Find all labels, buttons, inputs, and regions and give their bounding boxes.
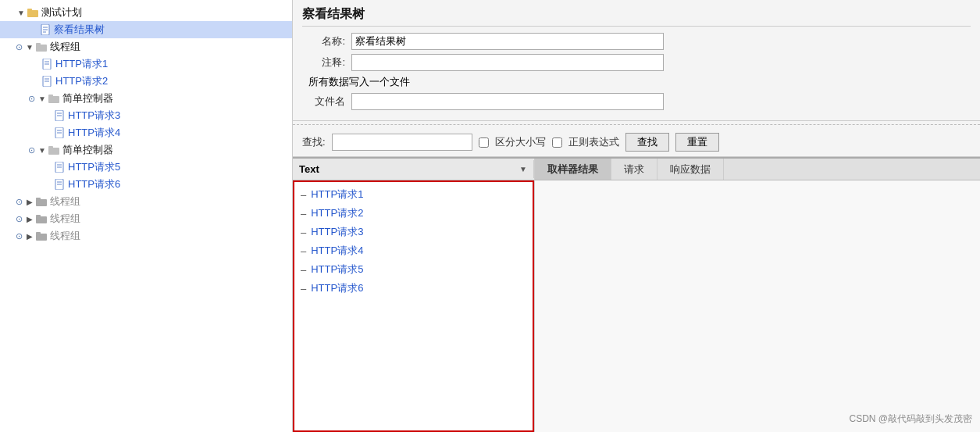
tree-item-simple-controller-1[interactable]: ⊙ ▼ 简单控制器	[0, 90, 292, 107]
svg-rect-0	[27, 10, 38, 17]
dash-icon: –	[301, 227, 306, 238]
dash-icon: –	[301, 245, 306, 257]
tree-label: HTTP请求2	[55, 74, 108, 88]
tree-toggle[interactable]: ▼	[37, 145, 48, 155]
column-header-label: Text	[299, 163, 319, 175]
pin-icon: ⊙	[28, 145, 35, 155]
folder-icon	[48, 92, 60, 105]
folder-icon	[48, 144, 60, 156]
item-label: HTTP请求2	[311, 206, 363, 220]
regex-checkbox[interactable]	[552, 137, 562, 148]
file-label: 文件名	[302, 95, 345, 109]
find-button[interactable]: 查找	[625, 133, 669, 152]
table-header: Text ▼	[293, 159, 534, 180]
tree-toggle[interactable]: ▶	[24, 196, 35, 207]
item-label: HTTP请求5	[311, 262, 363, 277]
tree-toggle[interactable]: ▶	[24, 213, 35, 224]
folder-icon	[35, 230, 48, 242]
tree-spacer	[28, 24, 39, 35]
svg-rect-35	[36, 232, 41, 234]
name-input[interactable]	[351, 33, 664, 50]
tree-toggle[interactable]: ▼	[16, 7, 27, 18]
name-row: 名称:	[302, 33, 971, 50]
list-item[interactable]: – HTTP请求5	[294, 260, 533, 279]
search-input[interactable]	[332, 134, 472, 151]
dropdown-arrow-icon[interactable]: ▼	[519, 165, 527, 173]
tree-item-http3[interactable]: HTTP请求3	[0, 107, 292, 124]
tree-toggle[interactable]: ▼	[24, 41, 35, 52]
case-sensitive-group: 区分大小写	[479, 135, 546, 149]
case-sensitive-checkbox[interactable]	[479, 137, 489, 148]
svg-rect-32	[36, 216, 47, 223]
svg-rect-22	[48, 148, 59, 155]
tab-request[interactable]: 请求	[611, 159, 657, 180]
svg-rect-6	[36, 45, 47, 52]
tree-item-thread-group-2[interactable]: ⊙ ▶ 线程组	[0, 193, 292, 210]
item-label: HTTP请求4	[311, 244, 363, 258]
pin-icon: ⊙	[28, 94, 35, 104]
tree-item-http4[interactable]: HTTP请求4	[0, 124, 292, 141]
list-item[interactable]: – HTTP请求3	[294, 223, 533, 241]
tree-toggle[interactable]: ▼	[37, 93, 48, 104]
tree-item-thread-group-1[interactable]: ⊙ ▼ 线程组	[0, 38, 292, 55]
svg-rect-7	[36, 43, 41, 45]
tree-item-http5[interactable]: HTTP请求5	[0, 159, 292, 176]
tree-label: 线程组	[50, 195, 80, 209]
folder-icon	[35, 212, 48, 225]
tree-item-simple-controller-2[interactable]: ⊙ ▼ 简单控制器	[0, 141, 292, 159]
file-row: 文件名	[302, 93, 971, 110]
list-item[interactable]: – HTTP请求6	[294, 279, 533, 298]
list-item[interactable]: – HTTP请求1	[294, 185, 533, 204]
tab-response-data[interactable]: 响应数据	[657, 159, 724, 180]
tree-item-http2[interactable]: HTTP请求2	[0, 73, 292, 90]
pin-icon: ⊙	[16, 42, 23, 52]
comment-row: 注释:	[302, 54, 971, 71]
pin-icon: ⊙	[16, 214, 23, 224]
dash-icon: –	[301, 264, 306, 276]
svg-rect-34	[36, 234, 47, 241]
item-label: HTTP请求1	[311, 187, 363, 202]
tab-sampler-result[interactable]: 取样器结果	[535, 159, 611, 180]
tree-label: 线程组	[50, 229, 80, 243]
svg-rect-14	[48, 96, 59, 103]
panel-title: 察看结果树	[302, 6, 971, 27]
svg-rect-31	[36, 198, 41, 200]
divider	[293, 124, 980, 125]
write-file-row: 所有数据写入一个文件	[302, 75, 971, 89]
results-list: – HTTP请求1 – HTTP请求2 – HTTP请求3 – HTTP请求4 …	[293, 180, 534, 432]
dash-icon: –	[301, 189, 306, 201]
text-column-header[interactable]: Text ▼	[293, 160, 534, 178]
tree-label: HTTP请求4	[68, 126, 120, 140]
tree-label: 察看结果树	[54, 23, 105, 37]
svg-rect-30	[36, 199, 47, 206]
tree-label: HTTP请求6	[68, 177, 120, 191]
tree-panel: ▼ 测试计划 察看结果树 ⊙ ▼ 线程组	[0, 0, 293, 432]
right-panel: 察看结果树 名称: 注释: 所有数据写入一个文件 文件名 查找: 区分大小写 正…	[293, 0, 980, 432]
svg-rect-1	[27, 9, 32, 11]
tree-item-http1[interactable]: HTTP请求1	[0, 55, 292, 73]
svg-rect-33	[36, 215, 41, 217]
folder-icon	[27, 6, 39, 19]
regex-label: 正则表达式	[568, 135, 619, 149]
tree-item-thread-group-4[interactable]: ⊙ ▶ 线程组	[0, 227, 292, 245]
file-input[interactable]	[351, 93, 664, 110]
tree-label: 简单控制器	[62, 91, 113, 105]
tree-item-test-plan[interactable]: ▼ 测试计划	[0, 4, 292, 21]
write-label: 所有数据写入一个文件	[308, 75, 410, 89]
file-icon	[53, 127, 66, 139]
tree-toggle[interactable]: ▶	[24, 230, 35, 241]
file-icon	[41, 58, 53, 70]
file-icon	[41, 75, 53, 87]
file-icon	[53, 109, 66, 122]
regex-group: 正则表达式	[552, 135, 619, 149]
tree-item-thread-group-3[interactable]: ⊙ ▶ 线程组	[0, 210, 292, 227]
pin-icon: ⊙	[16, 197, 23, 207]
list-item[interactable]: – HTTP请求4	[294, 241, 533, 260]
comment-label: 注释:	[302, 55, 345, 70]
comment-input[interactable]	[351, 54, 664, 71]
tree-item-http6[interactable]: HTTP请求6	[0, 176, 292, 193]
list-item[interactable]: – HTTP请求2	[294, 204, 533, 223]
folder-icon	[35, 41, 48, 53]
reset-button[interactable]: 重置	[675, 133, 719, 152]
tree-item-view-result[interactable]: 察看结果树	[0, 21, 292, 38]
